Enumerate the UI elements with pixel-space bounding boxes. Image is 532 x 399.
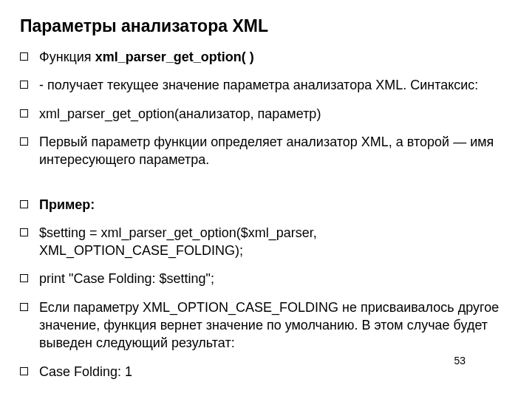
list-item: Если параметру XML_OPTION_CASE_FOLDING н… [18,299,510,352]
bullet-list: Функция xml_parser_get_option( ) - получ… [18,48,510,381]
list-item: Case Folding: 1 [18,363,510,381]
list-item: Первый параметр функции определяет анали… [18,133,510,169]
page-title: Параметры анализатора XML [20,15,510,38]
list-item: print "Case Folding: $setting"; [18,270,510,287]
text: xml_parser_get_option(анализатор, параме… [39,106,321,121]
list-item: Пример: [18,196,510,214]
text: Если параметру XML_OPTION_CASE_FOLDING н… [39,300,499,351]
text: print "Case Folding: $setting"; [39,271,214,286]
text: - получает текущее значение параметра ан… [39,78,478,92]
page-number: 53 [454,354,466,368]
bold-text: xml_parser_get_option( ) [95,50,254,64]
text: Case Folding: 1 [39,364,132,379]
list-item: Функция xml_parser_get_option( ) [18,48,510,66]
bold-text: Пример: [39,197,95,212]
text: Функция [39,50,95,64]
text: $setting = xml_parser_get_option($xml_pa… [39,225,317,258]
list-item: $setting = xml_parser_get_option($xml_pa… [18,224,510,260]
text: Первый параметр функции определяет анали… [39,134,494,167]
list-item: xml_parser_get_option(анализатор, параме… [18,105,510,123]
list-item: - получает текущее значение параметра ан… [18,76,510,94]
